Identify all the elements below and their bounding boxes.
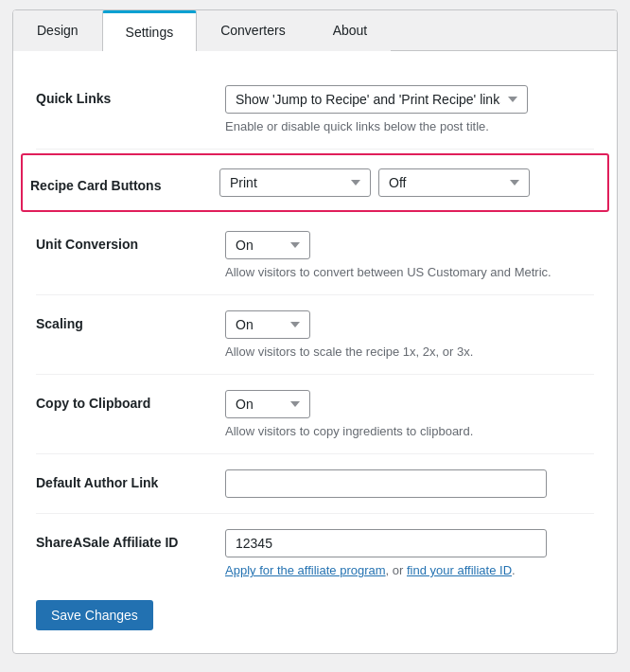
affiliate-apply-link[interactable]: Apply for the affiliate program: [225, 563, 386, 577]
recipe-card-buttons-control: Print Save Pin None Off On: [219, 168, 600, 197]
copy-to-clipboard-select[interactable]: On Off: [225, 390, 310, 418]
unit-conversion-label: Unit Conversion: [36, 231, 225, 252]
unit-conversion-select[interactable]: On Off: [225, 231, 310, 259]
default-author-link-control: [225, 469, 594, 498]
affiliate-links-text: Apply for the affiliate program, or find…: [225, 563, 594, 577]
copy-to-clipboard-row: Copy to Clipboard On Off Allow visitors …: [36, 375, 594, 454]
save-changes-button[interactable]: Save Changes: [36, 600, 153, 630]
quick-links-row: Quick Links Show 'Jump to Recipe' and 'P…: [36, 70, 594, 150]
recipe-card-buttons-label: Recipe Card Buttons: [30, 172, 219, 193]
scaling-label: Scaling: [36, 310, 225, 331]
affiliate-or-text: , or: [386, 563, 407, 577]
shareasale-id-control: 12345 Apply for the affiliate program, o…: [225, 529, 594, 577]
default-author-link-row: Default Author Link: [36, 454, 594, 514]
affiliate-find-link[interactable]: find your affiliate ID: [407, 563, 512, 577]
tab-bar: Design Settings Converters About: [13, 10, 617, 51]
unit-conversion-description: Allow visitors to convert between US Cus…: [225, 265, 594, 279]
scaling-select[interactable]: On Off: [225, 310, 310, 339]
quick-links-control: Show 'Jump to Recipe' and 'Print Recipe'…: [225, 85, 594, 133]
shareasale-id-label: ShareASale Affiliate ID: [36, 529, 225, 550]
shareasale-id-row: ShareASale Affiliate ID 12345 Apply for …: [36, 514, 594, 592]
quick-links-select[interactable]: Show 'Jump to Recipe' and 'Print Recipe'…: [225, 85, 528, 114]
unit-conversion-row: Unit Conversion On Off Allow visitors to…: [36, 216, 594, 295]
default-author-link-input[interactable]: [225, 469, 547, 498]
copy-to-clipboard-label: Copy to Clipboard: [36, 390, 225, 411]
shareasale-id-input[interactable]: 12345: [225, 529, 547, 557]
tab-converters[interactable]: Converters: [197, 10, 308, 51]
settings-panel: Design Settings Converters About Quick L…: [12, 9, 618, 654]
tab-settings[interactable]: Settings: [102, 10, 198, 51]
copy-to-clipboard-control: On Off Allow visitors to copy ingredient…: [225, 390, 594, 438]
affiliate-end-text: .: [512, 563, 516, 577]
recipe-card-buttons-row: Recipe Card Buttons Print Save Pin None …: [21, 153, 609, 212]
tab-design[interactable]: Design: [13, 10, 102, 51]
scaling-description: Allow visitors to scale the recipe 1x, 2…: [225, 345, 594, 359]
settings-content: Quick Links Show 'Jump to Recipe' and 'P…: [13, 51, 617, 653]
quick-links-label: Quick Links: [36, 85, 225, 106]
default-author-link-label: Default Author Link: [36, 469, 225, 490]
scaling-row: Scaling On Off Allow visitors to scale t…: [36, 295, 594, 375]
recipe-card-button-type-select[interactable]: Print Save Pin None: [219, 168, 371, 197]
quick-links-description: Enable or disable quick links below the …: [225, 119, 594, 133]
recipe-card-button-toggle-select[interactable]: Off On: [378, 168, 530, 197]
tab-about[interactable]: About: [309, 10, 392, 51]
copy-to-clipboard-description: Allow visitors to copy ingredients to cl…: [225, 424, 594, 438]
unit-conversion-control: On Off Allow visitors to convert between…: [225, 231, 594, 279]
scaling-control: On Off Allow visitors to scale the recip…: [225, 310, 594, 359]
